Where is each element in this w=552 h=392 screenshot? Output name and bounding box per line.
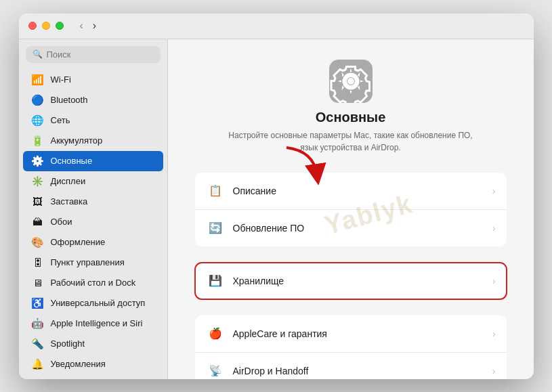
description-row-label: Описание: [233, 186, 492, 196]
sidebar-label-controlcenter: Пункт управления: [51, 257, 125, 267]
general-icon: ⚙️: [31, 154, 45, 168]
minimize-button[interactable]: [42, 22, 50, 30]
page-subtitle: Настройте основные параметры Mac, такие …: [222, 129, 480, 154]
network-icon: 🌐: [31, 114, 45, 127]
sidebar-label-screensaver: Заставка: [51, 196, 88, 206]
sidebar-item-displays[interactable]: ✳️ Дисплеи: [23, 171, 163, 192]
software_update-chevron-icon: ›: [492, 223, 496, 234]
airdrop-row-icon: 📡: [206, 362, 225, 379]
sidebar-label-accessibility: Универсальный доступ: [51, 298, 146, 308]
sidebar-item-bluetooth[interactable]: 🔵 Bluetooth: [23, 90, 163, 110]
wallpaper-icon: 🏔: [31, 215, 45, 229]
sidebar-label-spotlight: Spotlight: [51, 339, 85, 349]
sidebar-item-desktopdock[interactable]: 🖥 Рабочий стол и Dock: [23, 273, 163, 293]
sidebar-items-container: 📶 Wi-Fi 🔵 Bluetooth 🌐 Сеть 🔋 Аккумулятор…: [19, 70, 167, 379]
displays-icon: ✳️: [31, 175, 45, 188]
forward-button[interactable]: ›: [90, 19, 99, 32]
settings-group-2: 🍎 AppleCare и гарантия › 📡 AirDrop и Han…: [195, 315, 507, 379]
search-input[interactable]: [47, 49, 154, 60]
system-preferences-window: ‹ › 🔍 📶 Wi-Fi 🔵 Bluetooth 🌐 Сеть 🔋 Аккум…: [19, 14, 534, 379]
content-area: 🔍 📶 Wi-Fi 🔵 Bluetooth 🌐 Сеть 🔋 Аккумулят…: [19, 39, 534, 379]
nav-arrows: ‹ ›: [77, 19, 100, 32]
sidebar-item-network[interactable]: 🌐 Сеть: [23, 110, 163, 131]
sidebar-label-general: Основные: [51, 156, 93, 166]
storage-row-icon: 💾: [206, 271, 225, 290]
main-content: Yablyk: [168, 39, 534, 379]
settings-group-1: 💾 Хранилище ›: [195, 263, 507, 299]
software_update-row-label: Обновление ПО: [233, 223, 492, 234]
sidebar-label-network: Сеть: [51, 115, 70, 125]
sidebar-label-siri: Apple Intelligence и Siri: [51, 318, 143, 328]
software_update-row-icon: 🔄: [206, 219, 225, 238]
sidebar-label-wallpaper: Обои: [51, 217, 72, 227]
sidebar-item-sound[interactable]: 🔊 Звук: [23, 374, 163, 379]
sidebar-label-bluetooth: Bluetooth: [51, 95, 88, 105]
back-button[interactable]: ‹: [77, 19, 86, 32]
airdrop-row-label: AirDrop и Handoff: [233, 366, 492, 376]
sidebar-label-battery: Аккумулятор: [51, 135, 103, 146]
settings-row-software_update[interactable]: 🔄 Обновление ПО ›: [195, 210, 507, 246]
header-icon: [329, 60, 373, 103]
sidebar-item-controlcenter[interactable]: 🎛 Пункт управления: [23, 253, 163, 273]
search-icon: 🔍: [33, 49, 43, 59]
settings-row-airdrop[interactable]: 📡 AirDrop и Handoff ›: [195, 353, 507, 379]
airdrop-chevron-icon: ›: [492, 366, 496, 376]
sidebar-item-wifi[interactable]: 📶 Wi-Fi: [23, 70, 163, 90]
appearance-icon: 🎨: [31, 236, 45, 249]
wifi-icon: 📶: [31, 73, 45, 87]
settings-group-0: 📋 Описание › 🔄 Обновление ПО ›: [195, 173, 507, 246]
settings-groups: 📋 Описание › 🔄 Обновление ПО › 💾 Хранили…: [195, 173, 507, 379]
sidebar-label-notifications: Уведомления: [51, 359, 106, 369]
sidebar-label-displays: Дисплеи: [51, 176, 86, 186]
maximize-button[interactable]: [56, 22, 64, 30]
svg-point-3: [347, 78, 354, 85]
sidebar-item-general[interactable]: ⚙️ Основные: [23, 151, 163, 171]
applecare-chevron-icon: ›: [492, 328, 496, 339]
search-bar[interactable]: 🔍: [26, 46, 161, 63]
page-title: Основные: [316, 110, 386, 125]
sidebar-item-screensaver[interactable]: 🖼 Заставка: [23, 192, 163, 212]
storage-row-label: Хранилище: [233, 276, 492, 286]
sidebar-item-wallpaper[interactable]: 🏔 Обои: [23, 212, 163, 232]
settings-row-storage[interactable]: 💾 Хранилище ›: [195, 263, 507, 299]
battery-icon: 🔋: [31, 134, 45, 148]
sidebar: 🔍 📶 Wi-Fi 🔵 Bluetooth 🌐 Сеть 🔋 Аккумулят…: [19, 39, 168, 379]
settings-row-description[interactable]: 📋 Описание ›: [195, 173, 507, 210]
controlcenter-icon: 🎛: [31, 256, 45, 269]
settings-row-applecare[interactable]: 🍎 AppleCare и гарантия ›: [195, 315, 507, 353]
spotlight-icon: 🔦: [31, 337, 45, 351]
close-button[interactable]: [28, 22, 37, 30]
description-row-icon: 📋: [206, 181, 225, 200]
notifications-icon: 🔔: [31, 357, 45, 371]
sidebar-item-spotlight[interactable]: 🔦 Spotlight: [23, 334, 163, 354]
screensaver-icon: 🖼: [31, 195, 45, 209]
titlebar: ‹ ›: [19, 14, 534, 39]
sidebar-item-notifications[interactable]: 🔔 Уведомления: [23, 354, 163, 374]
sidebar-item-siri[interactable]: 🤖 Apple Intelligence и Siri: [23, 313, 163, 334]
bluetooth-icon: 🔵: [31, 93, 45, 107]
applecare-row-icon: 🍎: [206, 324, 225, 343]
traffic-lights: [28, 22, 64, 30]
sidebar-label-wifi: Wi-Fi: [51, 74, 71, 85]
description-chevron-icon: ›: [492, 186, 496, 196]
sidebar-item-appearance[interactable]: 🎨 Оформление: [23, 232, 163, 253]
page-header: Основные Настройте основные параметры Ma…: [222, 60, 480, 154]
sidebar-label-appearance: Оформление: [51, 237, 106, 247]
siri-icon: 🤖: [31, 317, 45, 330]
sidebar-item-accessibility[interactable]: ♿ Универсальный доступ: [23, 293, 163, 313]
accessibility-icon: ♿: [31, 297, 45, 310]
storage-chevron-icon: ›: [492, 276, 496, 286]
sidebar-label-desktopdock: Рабочий стол и Dock: [51, 278, 136, 288]
desktopdock-icon: 🖥: [31, 276, 45, 290]
applecare-row-label: AppleCare и гарантия: [233, 328, 492, 339]
sidebar-item-battery[interactable]: 🔋 Аккумулятор: [23, 131, 163, 151]
sound-icon: 🔊: [31, 378, 45, 379]
